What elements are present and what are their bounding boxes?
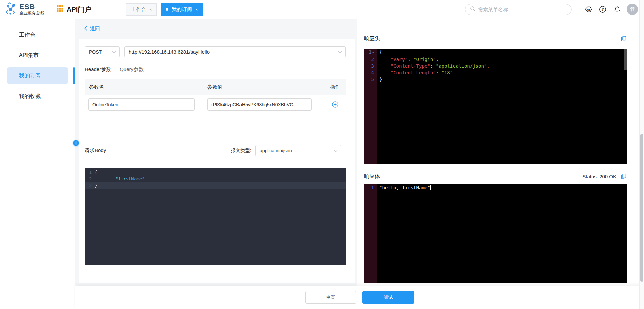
page-tab[interactable]: 工作台× [126, 3, 157, 16]
panel-collapse-toggle[interactable] [73, 140, 79, 146]
response-body-title-row: 响应体 Status: 200 OK [364, 172, 627, 180]
method-select[interactable]: POST [85, 46, 120, 57]
param-table: 参数名 参数值 操作 [85, 79, 346, 114]
code-text: } [377, 76, 382, 83]
top-header: ESB 企业服务总线 API门户 工作台×我的订阅× [0, 0, 644, 19]
main-area: 返回 POST http://192.168.16.143:6281/sayHe… [75, 19, 644, 309]
code-gutter [364, 184, 377, 283]
code-line: 2 "firstName" [85, 176, 346, 182]
line-number: 4 [364, 69, 377, 76]
search-icon [470, 6, 475, 13]
user-avatar[interactable]: 管 [627, 4, 638, 15]
content-type-value: application/json [260, 148, 292, 153]
method-value: POST [89, 49, 102, 55]
sidebar-item-label: 工作台 [19, 32, 35, 39]
line-number: 1▾ [364, 49, 377, 56]
portal-title-text: API门户 [67, 5, 91, 14]
copy-icon[interactable] [621, 36, 627, 42]
active-dot [166, 8, 168, 11]
response-headers-code[interactable]: 1▾{2 "Vary": "Origin",3 "Content-Type": … [364, 49, 627, 164]
param-tab[interactable]: Query参数 [120, 66, 144, 75]
code-text: { [95, 169, 97, 176]
line-number: 3 [85, 182, 95, 189]
response-body-code[interactable]: 1"hello, firstName" [364, 184, 627, 283]
close-tab-icon[interactable]: × [149, 7, 152, 12]
plus-circle-icon [332, 101, 338, 108]
param-tab[interactable]: Header参数 [85, 66, 111, 75]
add-param-button[interactable] [324, 101, 346, 108]
param-name-input[interactable] [88, 98, 195, 111]
portal-title: API门户 [56, 5, 91, 14]
svg-text:?: ? [602, 7, 604, 11]
code-text: "firstName" [95, 176, 145, 182]
page-tab-label: 工作台 [131, 6, 146, 13]
code-text: "hello, firstName" [377, 184, 431, 191]
esb-logo-icon [5, 2, 17, 16]
code-text: } [95, 182, 97, 189]
help-icon[interactable]: ? [599, 5, 607, 13]
esb-logo[interactable]: ESB 企业服务总线 [5, 2, 45, 16]
code-text: "Vary": "Origin", [377, 56, 439, 63]
code-text: "Content-Type": "application/json", [377, 63, 490, 69]
url-select[interactable]: http://192.168.16.143:6281/sayHello [124, 46, 346, 57]
code-line: 1{ [85, 169, 346, 176]
sidebar-item[interactable]: 工作台 [7, 26, 68, 43]
page-scrollbar[interactable] [639, 0, 644, 309]
param-table-rows [85, 95, 346, 114]
sidebar-item[interactable]: 我的收藏 [7, 88, 68, 105]
scrollbar-thumb[interactable] [640, 134, 643, 282]
request-body-editor[interactable]: 1{2 "firstName"3} [85, 168, 346, 265]
ai-assistant-icon[interactable]: AI [584, 5, 592, 13]
line-number: 2 [85, 176, 95, 182]
sidebar-item[interactable]: API集市 [7, 47, 68, 64]
header-divider [50, 5, 50, 14]
content-type-select[interactable]: application/json [255, 145, 341, 156]
url-value: http://192.168.16.143:6281/sayHello [129, 49, 210, 55]
back-link[interactable]: 返回 [84, 26, 100, 32]
line-number: 2 [364, 56, 377, 63]
response-headers-title-row: 响应头 [364, 35, 627, 43]
notification-bell-icon[interactable] [613, 5, 621, 13]
param-row [85, 95, 346, 114]
line-number: 3 [364, 63, 377, 69]
fold-caret-icon[interactable]: ▾ [372, 51, 374, 54]
back-label: 返回 [90, 26, 100, 32]
code-line: 5} [364, 76, 627, 83]
grid-icon [56, 5, 64, 14]
col-param-value: 参数值 [207, 84, 324, 90]
chevron-down-icon [334, 148, 338, 153]
sidebar-item[interactable]: 我的订阅 [7, 67, 68, 84]
line-number: 1 [364, 184, 377, 191]
search-box[interactable] [465, 4, 572, 15]
close-tab-icon[interactable]: × [195, 7, 198, 12]
response-headers-title: 响应头 [364, 35, 380, 42]
copy-icon[interactable] [621, 173, 627, 179]
code-line: 1"hello, firstName" [364, 184, 627, 191]
chevron-down-icon [112, 49, 116, 55]
sidebar: 工作台API集市我的订阅我的收藏 [0, 19, 75, 309]
reset-button[interactable]: 重置 [305, 291, 356, 304]
content-type-label: 报文类型: [231, 148, 251, 154]
logo-subtitle: 企业服务总线 [19, 11, 45, 16]
code-line: 1▾{ [364, 49, 627, 56]
open-page-tabs: 工作台×我的订阅× [126, 3, 202, 16]
chevron-left-icon [84, 26, 87, 32]
search-input[interactable] [478, 7, 567, 12]
sidebar-item-label: API集市 [19, 52, 39, 59]
sidebar-item-label: 我的订阅 [19, 72, 41, 79]
code-text: { [377, 49, 382, 56]
logo-name: ESB [19, 3, 45, 10]
response-body-title: 响应体 [364, 173, 380, 180]
status-badge: Status: 200 OK [582, 174, 616, 179]
code-line: 2 "Vary": "Origin", [364, 56, 627, 63]
param-tabs: Header参数Query参数 [85, 66, 346, 75]
chevron-down-icon [338, 49, 342, 55]
code-line: 3 "Content-Type": "application/json", [364, 63, 627, 69]
page: ESB 企业服务总线 API门户 工作台×我的订阅× [0, 0, 644, 309]
request-body-label: 请求Body [85, 147, 106, 154]
page-tab[interactable]: 我的订阅× [161, 3, 203, 16]
line-number: 5 [364, 76, 377, 83]
test-button[interactable]: 测试 [362, 291, 414, 304]
param-value-input[interactable] [207, 98, 312, 111]
sidebar-item-label: 我的收藏 [19, 93, 41, 100]
